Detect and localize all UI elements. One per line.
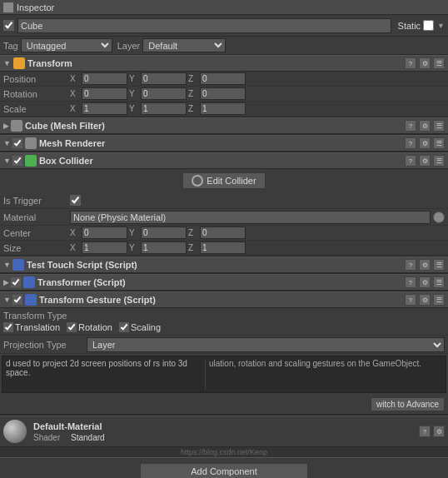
transform-icon xyxy=(13,57,25,69)
transform-menu-btn[interactable]: ☰ xyxy=(433,57,445,69)
projection-type-select[interactable]: Layer xyxy=(87,337,445,352)
box-collider-header[interactable]: ▼ Box Collider ? ⚙ ☰ xyxy=(0,152,448,169)
center-z-label: Z xyxy=(188,228,198,237)
scale-x-input[interactable] xyxy=(82,102,127,115)
center-y-input[interactable] xyxy=(141,227,187,239)
pos-y-input[interactable] xyxy=(141,72,187,85)
material-input[interactable] xyxy=(70,211,431,224)
transformer-help-btn[interactable]: ? xyxy=(405,276,416,288)
mesh-renderer-settings-btn[interactable]: ⚙ xyxy=(419,137,431,149)
transform-gesture-title: Transform Gesture (Script) xyxy=(39,295,156,305)
mesh-filter-fold-icon: ▶ xyxy=(3,122,9,130)
inspector-icon xyxy=(3,2,13,12)
transformer-settings-btn[interactable]: ⚙ xyxy=(419,276,431,288)
test-touch-menu-btn[interactable]: ☰ xyxy=(433,259,445,271)
size-z-input[interactable] xyxy=(200,241,246,254)
advanced-button[interactable]: witch to Advance xyxy=(371,397,445,411)
center-z-input[interactable] xyxy=(200,227,246,239)
edit-collider-button[interactable]: Edit Collider xyxy=(182,172,265,189)
desc-left-text: d used to project 2d screen positions of… xyxy=(6,359,206,390)
box-collider-menu-btn[interactable]: ☰ xyxy=(433,155,445,167)
transform-gesture-menu-btn[interactable]: ☰ xyxy=(433,294,445,306)
layer-select[interactable]: Default xyxy=(142,38,226,52)
transform-help-btn[interactable]: ? xyxy=(405,57,416,69)
scale-xyz: X Y Z xyxy=(70,102,445,115)
mesh-renderer-header[interactable]: ▼ Mesh Renderer ? ⚙ ☰ xyxy=(0,135,448,152)
scale-x-label: X xyxy=(70,104,80,113)
watermark-text: https://blog.csdn.net/Kenp xyxy=(181,448,267,456)
position-xyz: X Y Z xyxy=(70,72,445,85)
material-settings-btn[interactable]: ⚙ xyxy=(433,426,445,437)
center-label: Center xyxy=(3,228,70,238)
scale-y-input[interactable] xyxy=(141,102,187,115)
mesh-renderer-menu-btn[interactable]: ☰ xyxy=(433,137,445,149)
box-collider-checkbox[interactable] xyxy=(12,156,22,166)
rot-y-input[interactable] xyxy=(141,87,187,100)
box-collider-help-btn[interactable]: ? xyxy=(405,155,416,167)
transformer-checkbox[interactable] xyxy=(11,277,21,287)
scaling-checkbox[interactable] xyxy=(119,322,129,332)
center-x-label: X xyxy=(70,228,80,237)
material-sphere-icon xyxy=(3,420,27,443)
transform-gesture-component: ▼ Transform Gesture (Script) ? ⚙ ☰ Trans… xyxy=(0,291,448,416)
transform-gesture-checkbox[interactable] xyxy=(12,295,22,305)
transform-type-label: Transform Type xyxy=(3,311,445,321)
material-label: Material xyxy=(3,212,70,222)
center-x-input[interactable] xyxy=(82,227,127,239)
size-x-input[interactable] xyxy=(82,241,127,254)
collider-pencil-icon xyxy=(192,175,203,187)
mesh-filter-menu-btn[interactable]: ☰ xyxy=(433,120,445,132)
rot-z-input[interactable] xyxy=(200,87,246,100)
material-name: Default-Material xyxy=(33,421,105,431)
transformer-header[interactable]: ▶ Transformer (Script) ? ⚙ ☰ xyxy=(0,274,448,291)
transform-settings-btn[interactable]: ⚙ xyxy=(419,57,431,69)
pos-x-label: X xyxy=(70,74,80,83)
transform-gesture-help-btn[interactable]: ? xyxy=(405,294,416,306)
transform-gesture-header[interactable]: ▼ Transform Gesture (Script) ? ⚙ ☰ xyxy=(0,291,448,308)
mesh-renderer-help-btn[interactable]: ? xyxy=(405,137,416,149)
test-touch-header[interactable]: ▼ Test Touch Script (Script) ? ⚙ ☰ xyxy=(0,256,448,273)
transform-header[interactable]: ▼ Transform ? ⚙ ☰ xyxy=(0,55,448,72)
pos-z-input[interactable] xyxy=(200,72,246,85)
mesh-filter-settings-btn[interactable]: ⚙ xyxy=(419,120,431,132)
mesh-filter-title: Cube (Mesh Filter) xyxy=(25,121,105,131)
static-label: Static xyxy=(398,21,421,31)
shader-label: Shader xyxy=(33,433,71,442)
mesh-filter-header[interactable]: ▶ Cube (Mesh Filter) ? ⚙ ☰ xyxy=(0,117,448,134)
scale-z-input[interactable] xyxy=(200,102,246,115)
transformer-menu-btn[interactable]: ☰ xyxy=(433,276,445,288)
is-trigger-checkbox[interactable] xyxy=(70,195,81,206)
test-touch-help-btn[interactable]: ? xyxy=(405,259,416,271)
rot-x-input[interactable] xyxy=(82,87,127,100)
scale-y-label: Y xyxy=(129,104,139,113)
translation-label: Translation xyxy=(15,322,60,332)
object-enabled-checkbox[interactable] xyxy=(3,20,14,31)
mesh-renderer-checkbox[interactable] xyxy=(12,138,22,148)
tag-select[interactable]: Untagged xyxy=(21,38,112,52)
translation-item: Translation xyxy=(3,322,60,332)
static-checkbox[interactable] xyxy=(423,20,434,31)
static-area: Static ▼ xyxy=(398,20,445,31)
pos-x-input[interactable] xyxy=(82,72,127,85)
box-collider-settings-btn[interactable]: ⚙ xyxy=(419,155,431,167)
mesh-renderer-title: Mesh Renderer xyxy=(39,138,105,148)
transform-gesture-fold-icon: ▼ xyxy=(3,296,11,304)
size-x-label: X xyxy=(70,243,80,252)
transform-gesture-settings-btn[interactable]: ⚙ xyxy=(419,294,431,306)
material-info: Default-Material Shader Standard xyxy=(33,421,105,442)
translation-checkbox[interactable] xyxy=(3,322,13,332)
description-area: d used to project 2d screen positions of… xyxy=(2,356,446,393)
size-z-label: Z xyxy=(188,243,198,252)
rotation-item: Rotation xyxy=(67,322,112,332)
rotation-checkbox[interactable] xyxy=(67,322,77,332)
add-component-button[interactable]: Add Component xyxy=(140,463,308,478)
test-touch-settings-btn[interactable]: ⚙ xyxy=(419,259,431,271)
mesh-filter-help-btn[interactable]: ? xyxy=(405,120,416,132)
tag-layer-row: Tag Untagged Layer Default xyxy=(0,37,448,55)
static-arrow[interactable]: ▼ xyxy=(437,22,445,30)
size-y-input[interactable] xyxy=(141,241,187,254)
material-help-btn[interactable]: ? xyxy=(419,426,431,437)
object-name-input[interactable] xyxy=(17,18,391,33)
test-touch-fold-icon: ▼ xyxy=(3,261,11,269)
size-y-label: Y xyxy=(129,243,139,252)
